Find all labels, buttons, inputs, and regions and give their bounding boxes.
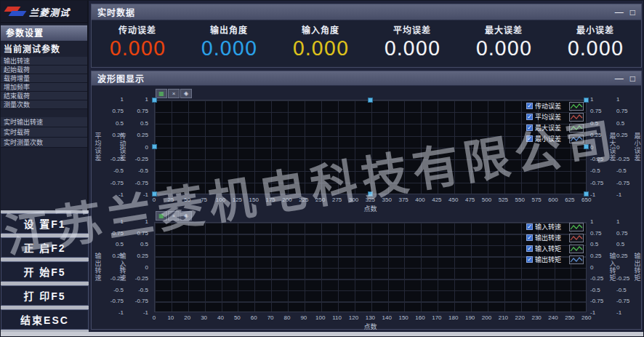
resize-handle[interactable] xyxy=(152,191,157,197)
line-sample-icon xyxy=(569,113,584,122)
function-button-stack: 设 置F1正 启F2开 始F5打 印F5结束ESC xyxy=(1,210,89,332)
y-tick: -1 xyxy=(616,309,635,316)
zoom-tool-icon[interactable]: × xyxy=(168,211,180,221)
x-tick: 275 xyxy=(329,197,345,203)
zoom-tool-icon[interactable]: × xyxy=(168,89,180,98)
x-tick: 130 xyxy=(362,314,378,321)
pan-tool-icon[interactable]: ◈ xyxy=(180,89,192,98)
realtime-param-item[interactable]: 实时测量次数 xyxy=(1,138,87,148)
chart-toolbar: ▦×◈ xyxy=(156,89,192,98)
y-tick: -0.5 xyxy=(590,287,609,293)
y-tick: -0.75 xyxy=(128,180,148,186)
line-sample-icon xyxy=(569,223,584,231)
maximize-icon[interactable]: □ xyxy=(630,8,635,17)
realtime-data-panel: 实时数据 — □ 传动误差 0.000 输出角度 0.000 输入角度 0.00… xyxy=(91,4,642,68)
legend-item[interactable]: ✓ 输出转速 xyxy=(526,232,587,243)
minimize-icon[interactable]: — xyxy=(615,8,624,17)
x-tick: 600 xyxy=(545,197,561,203)
y-axis-label: 输入转速 xyxy=(119,222,126,312)
app-window: 江苏兰菱机电科技有限公司 兰菱测试 参数设置 当前测试参数 输出转速起始载荷载荷… xyxy=(0,0,644,337)
param-item[interactable]: 起始载荷 xyxy=(1,66,87,74)
legend-item[interactable]: ✓ 输入转速 xyxy=(526,221,587,232)
param-item[interactable]: 测量次数 xyxy=(1,100,87,109)
resize-handle[interactable] xyxy=(152,98,157,103)
x-tick: 120 xyxy=(346,314,362,321)
metric-value: 0.000 xyxy=(458,37,550,60)
plot-grid-icon[interactable]: ▦ xyxy=(156,211,167,221)
param-item[interactable]: 载荷增量 xyxy=(1,74,87,83)
legend-label: 传动误差 xyxy=(535,101,567,111)
chart-legend: ✓ 传动误差 ✓ 平均误差 ✓ xyxy=(526,100,587,144)
metric-label: 最大误差 xyxy=(458,23,550,36)
param-item[interactable]: 结束载荷 xyxy=(1,92,87,100)
legend-item[interactable]: ✓ 平均误差 xyxy=(526,111,587,122)
x-tick: 50 xyxy=(180,197,196,203)
resize-handle[interactable] xyxy=(584,191,589,197)
y-axis-ticks: 10.750.50.250-0.25-0.5-0.75-1 xyxy=(590,218,609,316)
function-button[interactable]: 正 启F2 xyxy=(1,237,89,258)
legend-checkbox[interactable]: ✓ xyxy=(526,234,533,241)
y-tick: 0.5 xyxy=(590,241,609,247)
realtime-param-item[interactable]: 实时输出转速 xyxy=(1,117,87,127)
function-button[interactable]: 设 置F1 xyxy=(1,213,89,234)
legend-item[interactable]: ✓ 最大误差 xyxy=(526,122,587,133)
metric-value: 0.000 xyxy=(366,37,458,60)
legend-item[interactable]: ✓ 输入转矩 xyxy=(526,243,587,254)
function-button[interactable]: 结束ESC xyxy=(1,309,89,330)
x-tick: 575 xyxy=(528,197,544,203)
minimize-icon[interactable]: — xyxy=(615,74,624,83)
x-tick: 210 xyxy=(495,314,511,321)
plot-grid-icon[interactable]: ▦ xyxy=(156,89,167,98)
metric: 最小误差 0.000 xyxy=(550,20,641,67)
pan-tool-icon[interactable]: ◈ xyxy=(180,211,192,221)
y-tick: 1 xyxy=(590,96,609,103)
x-tick: 175 xyxy=(262,197,278,203)
legend-checkbox[interactable]: ✓ xyxy=(526,256,533,263)
waveform-panel-title: 波形图显示 xyxy=(92,72,145,84)
x-tick: 125 xyxy=(229,197,245,203)
param-item[interactable]: 增加频率 xyxy=(1,83,87,92)
realtime-param-item[interactable]: 实时载荷 xyxy=(1,127,87,138)
metric-row: 传动误差 0.000 输出角度 0.000 输入角度 0.000 平均误差 0.… xyxy=(92,20,641,67)
maximize-icon[interactable]: □ xyxy=(630,74,635,83)
metric-label: 平均误差 xyxy=(366,23,458,36)
y-axis-label: 输出转矩 xyxy=(634,222,641,312)
plot-area[interactable] xyxy=(154,100,587,194)
x-tick: 250 xyxy=(562,314,578,321)
x-tick: 75 xyxy=(196,197,212,203)
x-tick: 400 xyxy=(412,197,428,203)
legend-checkbox[interactable]: ✓ xyxy=(526,223,533,230)
legend-item[interactable]: ✓ 最小误差 xyxy=(526,133,587,144)
resize-handle[interactable] xyxy=(584,144,589,149)
x-tick: 200 xyxy=(279,197,295,203)
legend-checkbox[interactable]: ✓ xyxy=(526,114,533,120)
function-button[interactable]: 开 始F5 xyxy=(1,261,89,282)
resize-handle[interactable] xyxy=(368,98,373,103)
legend-checkbox[interactable]: ✓ xyxy=(526,124,533,131)
y-tick: 0 xyxy=(128,264,148,271)
x-tick: 190 xyxy=(462,314,478,321)
legend-item[interactable]: ✓ 输出转矩 xyxy=(526,254,587,265)
y-tick: 0.5 xyxy=(616,120,635,127)
line-sample-icon xyxy=(569,124,584,132)
param-item[interactable]: 输出转速 xyxy=(1,57,87,66)
plot-area[interactable] xyxy=(154,222,587,312)
legend-checkbox[interactable]: ✓ xyxy=(526,135,533,142)
x-tick: 240 xyxy=(545,314,561,321)
resize-handle[interactable] xyxy=(152,144,157,149)
resize-handle[interactable] xyxy=(584,98,589,103)
x-tick: 250 xyxy=(313,197,329,203)
resize-handle[interactable] xyxy=(368,191,373,197)
x-axis-ticks: 0255075100125150175200225250275300325350… xyxy=(146,197,595,203)
x-tick: 150 xyxy=(395,314,411,321)
y-tick: 0.75 xyxy=(128,108,148,114)
function-button[interactable]: 打 印F5 xyxy=(1,285,89,306)
legend-checkbox[interactable]: ✓ xyxy=(526,103,533,109)
x-tick: 150 xyxy=(246,197,262,203)
legend-item[interactable]: ✓ 传动误差 xyxy=(526,100,587,111)
legend-checkbox[interactable]: ✓ xyxy=(526,245,533,252)
y-tick: 0.75 xyxy=(590,108,609,114)
metric: 输入角度 0.000 xyxy=(275,20,366,67)
waveform-body: ▦×◈ 平均误差 10.750.50.250-0.25-0.5-0.75-1 传… xyxy=(92,86,641,329)
metric-value: 0.000 xyxy=(275,37,366,60)
